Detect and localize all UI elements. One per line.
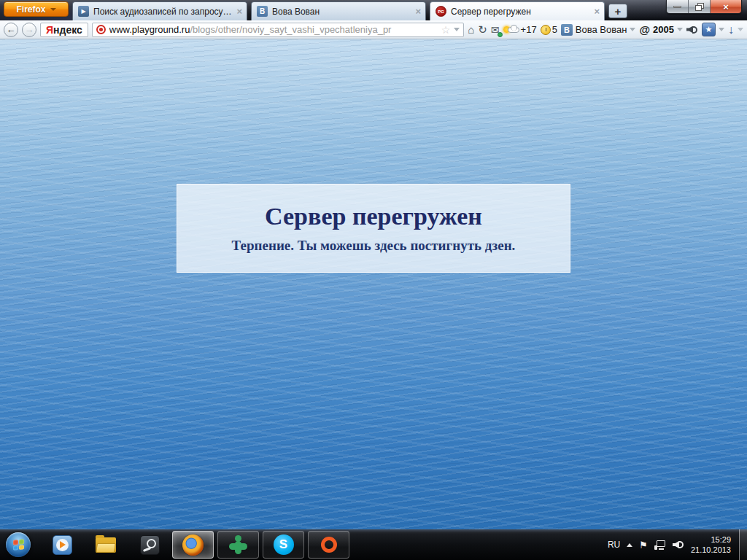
tab-title: Вова Вован [272,7,411,17]
tab-close-icon[interactable]: × [415,7,421,16]
tab-server-overloaded[interactable]: PG Сервер перегружен × [430,1,605,20]
mail-status-badge [498,32,503,37]
taskbar-origin-button[interactable] [308,531,349,559]
titlebar: Firefox ▶ Поиск аудиозаписей по запросу … [0,0,747,20]
hidden-icons-arrow-icon[interactable] [627,543,632,547]
restore-button[interactable] [689,0,711,14]
taskbar-steam-button[interactable] [139,534,160,556]
vk-account-button[interactable]: B Вова Вован [561,24,636,36]
minimize-icon [673,6,681,8]
playground-favicon-icon: PG [436,6,446,17]
vk-favicon-icon: B [257,6,268,17]
timer-count: 5 [552,24,557,35]
bookmarks-star-icon: ★ [702,23,716,36]
url-text[interactable]: www.playground.ru/blogs/other/noviy_sayt… [109,24,438,35]
page-subtitle: Терпение. Ты можешь здесь постигнуть дзе… [232,238,516,254]
taskbar-wmp-button[interactable] [51,534,73,556]
tray-clock[interactable]: 15:29 21.10.2013 [691,534,732,555]
tray-date: 21.10.2013 [691,545,731,555]
close-icon: × [723,1,729,12]
page-viewport: Сервер перегружен Терпение. Ты можешь зд… [0,39,747,529]
downloads-button[interactable]: ↓ [728,24,734,36]
chevron-down-icon [677,28,683,31]
chevron-down-icon [719,28,724,31]
language-indicator[interactable]: RU [608,540,620,550]
reload-button[interactable]: ↻ [478,24,487,35]
show-desktop-button[interactable] [739,529,747,560]
speaker-wave-icon [692,26,697,34]
weather-widget[interactable]: +17 [503,24,537,35]
volume-button[interactable] [686,25,698,35]
window-controls: × [666,0,742,14]
minimize-button[interactable] [667,0,689,14]
close-button[interactable]: × [711,0,741,14]
vk-username: Вова Вован [576,24,627,35]
yandex-logo-rest: ндекс [53,24,82,36]
media-player-icon [53,535,72,555]
network-icon[interactable] [654,540,666,550]
site-favicon-icon[interactable] [96,25,106,34]
mailru-agent-button[interactable]: @ 2005 [639,23,683,36]
url-host: www.playground.ru [109,24,190,35]
tray-volume-icon[interactable] [673,540,684,550]
navigation-toolbar: ← → Яндекс www.playground.ru/blogs/other… [0,20,747,39]
at-icon: @ [639,23,650,36]
tab-title: Сервер перегружен [451,7,589,17]
url-path: /blogs/other/noviy_sayt_vashi_vpechatlen… [190,24,391,35]
bookmark-star-icon[interactable]: ☆ [441,25,451,35]
play-favicon-icon: ▶ [78,6,89,17]
firefox-menu-label: Firefox [16,4,45,15]
windows-logo-icon [13,539,24,551]
tab-vk-profile[interactable]: B Вова Вован × [251,1,426,20]
mail-checker-button[interactable]: ✉ [491,24,500,36]
forward-icon: → [25,24,34,35]
taskbar-green-app-button[interactable] [217,531,259,559]
folder-icon [96,537,116,553]
toolbar-overflow-icon[interactable] [738,28,743,31]
chevron-down-icon [50,8,56,11]
skype-icon: S [274,534,294,555]
mail-unread-count: 2005 [653,24,674,35]
taskbar-explorer-button[interactable] [95,534,117,556]
origin-icon [321,537,337,553]
vk-icon: B [561,24,573,36]
back-icon: ← [7,24,16,35]
steam-icon [140,535,160,555]
browser-window: Firefox ▶ Поиск аудиозаписей по запросу … [0,0,747,560]
tab-audio-search[interactable]: ▶ Поиск аудиозаписей по запросу Рег... × [72,1,247,20]
firefox-icon [182,534,204,556]
green-app-icon [228,535,248,555]
forward-button[interactable]: → [22,23,36,37]
clock-icon [541,25,551,35]
home-button[interactable]: ⌂ [468,24,474,35]
cloud-icon [508,27,519,33]
address-bar[interactable]: www.playground.ru/blogs/other/noviy_sayt… [92,23,464,37]
taskbar: S RU ⚑ 15:29 21.10.2013 [0,529,747,560]
yandex-search-button[interactable]: Яндекс [40,23,88,37]
weather-temperature: +17 [521,24,537,35]
server-overloaded-panel: Сервер перегружен Терпение. Ты можешь зд… [177,184,570,273]
tab-close-icon[interactable]: × [594,7,600,16]
tab-strip: ▶ Поиск аудиозаписей по запросу Рег... ×… [72,1,627,20]
action-center-flag-icon[interactable]: ⚑ [639,540,648,550]
chevron-down-icon [630,28,635,31]
system-tray: RU ⚑ 15:29 21.10.2013 [608,529,747,560]
bookmarks-tile-button[interactable]: ★ [702,23,724,36]
taskbar-skype-button[interactable]: S [263,531,304,559]
restore-icon [695,5,702,11]
start-button[interactable] [6,532,31,557]
tray-time: 15:29 [691,534,731,545]
page-title: Сервер перегружен [265,203,482,230]
taskbar-firefox-button[interactable] [172,531,214,559]
timer-widget[interactable]: 5 [541,24,557,35]
firefox-menu-button[interactable]: Firefox [4,1,69,17]
tab-close-icon[interactable]: × [236,7,242,16]
tab-title: Поиск аудиозаписей по запросу Рег... [93,7,232,17]
history-dropdown-icon[interactable] [454,28,460,31]
yandex-logo-ya: Я [46,24,53,36]
new-tab-button[interactable]: + [608,4,627,18]
back-button[interactable]: ← [4,23,18,37]
